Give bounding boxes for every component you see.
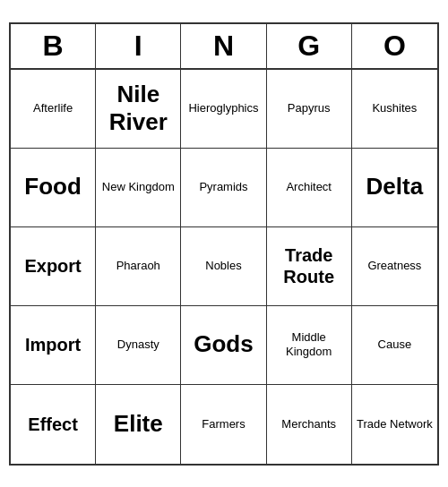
header-letter-G: G — [267, 24, 352, 68]
bingo-cell-12: Nobles — [181, 227, 266, 306]
bingo-cell-22: Farmers — [181, 385, 266, 464]
bingo-cell-17: Gods — [181, 306, 266, 385]
cell-text-24: Trade Network — [357, 417, 433, 431]
bingo-cell-4: Kushites — [352, 70, 437, 149]
header-letter-I: I — [96, 24, 181, 68]
bingo-cell-13: Trade Route — [267, 227, 352, 306]
bingo-card: BINGO AfterlifeNile RiverHieroglyphicsPa… — [9, 22, 439, 466]
bingo-cell-21: Elite — [96, 385, 181, 464]
header-letter-O: O — [352, 24, 437, 68]
bingo-cell-16: Dynasty — [96, 306, 181, 385]
bingo-cell-19: Cause — [352, 306, 437, 385]
cell-text-5: Food — [24, 173, 82, 201]
bingo-cell-23: Merchants — [267, 385, 352, 464]
cell-text-9: Delta — [366, 173, 424, 201]
cell-text-16: Dynasty — [117, 337, 159, 352]
header-letter-N: N — [181, 24, 266, 68]
bingo-cell-7: Pyramids — [181, 149, 266, 227]
bingo-cell-24: Trade Network — [352, 385, 437, 464]
bingo-grid: AfterlifeNile RiverHieroglyphicsPapyrusK… — [11, 70, 437, 464]
bingo-cell-3: Papyrus — [267, 70, 352, 149]
cell-text-10: Export — [24, 255, 81, 277]
cell-text-12: Nobles — [205, 259, 241, 273]
bingo-cell-18: Middle Kingdom — [267, 306, 352, 385]
header-letter-B: B — [11, 24, 96, 68]
cell-text-1: Nile River — [99, 81, 177, 136]
bingo-cell-10: Export — [11, 227, 96, 306]
cell-text-4: Kushites — [372, 101, 417, 115]
cell-text-20: Effect — [28, 414, 78, 435]
cell-text-22: Farmers — [202, 417, 245, 431]
cell-text-8: Architect — [286, 180, 332, 194]
bingo-cell-8: Architect — [267, 149, 352, 227]
cell-text-14: Greatness — [367, 259, 421, 273]
cell-text-23: Merchants — [281, 417, 336, 431]
bingo-cell-9: Delta — [352, 149, 437, 227]
cell-text-18: Middle Kingdom — [271, 330, 348, 358]
cell-text-2: Hieroglyphics — [188, 101, 258, 115]
bingo-cell-2: Hieroglyphics — [181, 70, 266, 149]
bingo-cell-5: Food — [11, 149, 96, 227]
bingo-cell-20: Effect — [11, 385, 96, 464]
bingo-cell-6: New Kingdom — [96, 149, 181, 227]
bingo-cell-15: Import — [11, 306, 96, 385]
cell-text-6: New Kingdom — [102, 180, 175, 194]
cell-text-7: Pyramids — [199, 180, 247, 194]
cell-text-0: Afterlife — [33, 101, 73, 115]
cell-text-19: Cause — [378, 337, 412, 352]
cell-text-13: Trade Route — [271, 244, 348, 287]
bingo-header: BINGO — [11, 24, 437, 70]
cell-text-21: Elite — [114, 410, 163, 438]
bingo-cell-0: Afterlife — [11, 70, 96, 149]
cell-text-15: Import — [25, 334, 81, 355]
bingo-cell-11: Pharaoh — [96, 227, 181, 306]
cell-text-3: Papyrus — [288, 101, 331, 115]
bingo-cell-1: Nile River — [96, 70, 181, 149]
cell-text-11: Pharaoh — [116, 259, 160, 273]
cell-text-17: Gods — [194, 330, 253, 358]
bingo-cell-14: Greatness — [352, 227, 437, 306]
